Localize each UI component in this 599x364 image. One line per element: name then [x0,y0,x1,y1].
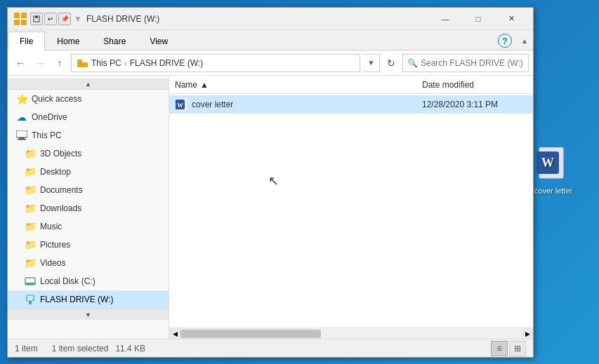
drive-c-icon [25,276,36,287]
sidebar-item-videos[interactable]: 📁 Videos [8,254,169,272]
sidebar-label-pictures: Pictures [40,240,163,250]
status-item-count: 1 item [15,344,38,353]
file-area: Name ▲ Date modified W co [169,76,533,339]
svg-rect-16 [25,283,35,285]
hscroll-left-button[interactable]: ◀ [169,328,180,339]
back-button[interactable]: ← [12,55,29,72]
folder-desktop-icon: 📁 [25,166,36,177]
svg-rect-7 [21,20,27,25]
tab-share[interactable]: Share [91,32,138,50]
hscroll-track[interactable] [180,328,522,339]
sidebar-label-documents: Documents [40,185,163,195]
sidebar-item-onedrive[interactable]: ☁ OneDrive [8,108,169,126]
sidebar-item-flash-drive[interactable]: FLASH DRIVE (W:) [8,290,169,309]
sidebar: ▲ ⭐ Quick access ☁ OneDrive This PC 📁 [8,76,169,339]
svg-text:W: W [177,102,183,109]
svg-rect-5 [21,13,27,18]
pc-icon [16,130,27,141]
svg-rect-12 [16,130,27,137]
explorer-window: ↩ 📌 ▼ FLASH DRIVE (W:) — □ ✕ File Home S… [7,7,534,358]
sidebar-label-desktop: Desktop [40,167,163,177]
sidebar-label-downloads: Downloads [40,203,163,213]
sidebar-item-downloads[interactable]: 📁 Downloads [8,199,169,217]
sidebar-item-3d-objects[interactable]: 📁 3D Objects [8,144,169,163]
address-path[interactable]: This PC › FLASH DRIVE (W:) [71,54,360,72]
view-icons-button[interactable]: ⊞ [509,341,526,356]
sidebar-item-documents[interactable]: 📁 Documents [8,181,169,199]
sidebar-label-local-disk: Local Disk (C:) [40,276,163,286]
sidebar-item-this-pc[interactable]: This PC [8,126,169,144]
up-button[interactable]: ↑ [51,55,68,72]
status-selected: 1 item selected 11.4 KB [52,344,145,353]
title-bar-icon [13,12,27,26]
close-button[interactable]: ✕ [495,8,527,30]
folder-pictures-icon: 📁 [25,239,36,250]
col-header-date[interactable]: Date modified [422,80,527,90]
file-name-cover-letter: cover letter [192,100,422,109]
svg-rect-6 [14,20,20,25]
sidebar-item-quick-access[interactable]: ⭐ Quick access [8,90,169,108]
sidebar-item-pictures[interactable]: 📁 Pictures [8,236,169,254]
addressbar: ← → ↑ This PC › FLASH DRIVE (W:) ▼ ↻ 🔍 [8,50,533,76]
tab-file[interactable]: File [8,32,45,50]
usb-drive-icon [25,294,36,305]
desktop-icon-img: W [537,147,570,184]
sidebar-item-music[interactable]: 📁 Music [8,217,169,236]
sidebar-label-onedrive: OneDrive [32,112,163,122]
window-title: FLASH DRIVE (W:) [86,14,429,24]
sidebar-label-quick-access: Quick access [32,94,163,104]
cloud-icon: ☁ [16,112,27,123]
sidebar-item-desktop[interactable]: 📁 Desktop [8,163,169,181]
folder-music-icon: 📁 [25,221,36,232]
folder-downloads-icon: 📁 [25,203,36,214]
hscroll-right-button[interactable]: ▶ [522,328,533,339]
path-this-pc[interactable]: This PC [91,58,121,68]
statusbar-view-buttons: ≡ ⊞ [491,341,526,356]
search-input[interactable] [421,58,524,68]
ribbon: File Home Share View ? ▲ [8,30,533,50]
undo-quick-btn[interactable]: ↩ [44,13,57,25]
content-area: ▲ ⭐ Quick access ☁ OneDrive This PC 📁 [8,76,533,339]
address-dropdown-btn[interactable]: ▼ [363,54,380,72]
svg-rect-17 [27,295,34,301]
search-icon: 🔍 [407,58,418,68]
column-headers: Name ▲ Date modified [169,76,533,94]
minimize-button[interactable]: — [429,8,461,30]
folder-docs-icon: 📁 [25,184,36,196]
path-flash-drive[interactable]: FLASH DRIVE (W:) [130,58,203,68]
horizontal-scrollbar[interactable]: ◀ ▶ [169,328,533,339]
svg-rect-11 [77,62,88,67]
svg-rect-13 [19,137,25,139]
refresh-button[interactable]: ↻ [383,55,400,72]
svg-rect-4 [14,13,20,18]
tab-home[interactable]: Home [45,32,91,50]
view-details-button[interactable]: ≡ [491,341,508,356]
desktop-cover-letter-icon[interactable]: W cover letter [529,147,578,195]
save-quick-btn[interactable] [30,13,43,25]
help-button[interactable]: ? [498,34,512,48]
pin-quick-btn[interactable]: 📌 [58,13,71,25]
file-date-cover-letter: 12/28/2020 3:11 PM [422,100,527,109]
folder-videos-icon: 📁 [25,257,36,269]
folder-3d-icon: 📁 [25,148,36,159]
tab-view[interactable]: View [138,32,180,50]
svg-rect-9 [35,16,38,18]
sidebar-label-this-pc: This PC [32,130,163,140]
quick-access-toolbar: ↩ 📌 ▼ [30,13,84,25]
sidebar-label-videos: Videos [40,258,163,268]
sidebar-label-3d-objects: 3D Objects [40,149,163,159]
desktop-icon-label: cover letter [534,187,572,195]
file-row-cover-letter[interactable]: W cover letter 12/28/2020 3:11 PM [169,95,533,114]
col-header-name[interactable]: Name ▲ [175,80,422,90]
maximize-button[interactable]: □ [462,8,494,30]
ribbon-collapse-btn[interactable]: ▲ [516,32,533,50]
sidebar-scroll-down[interactable]: ▼ [8,309,169,320]
hscroll-thumb[interactable] [180,330,321,338]
file-list: W cover letter 12/28/2020 3:11 PM [169,94,533,328]
star-icon: ⭐ [16,93,27,105]
sidebar-item-local-disk[interactable]: Local Disk (C:) [8,272,169,290]
search-box[interactable]: 🔍 [402,54,529,72]
sidebar-scroll-up[interactable]: ▲ [8,79,169,90]
window-controls: — □ ✕ [429,8,527,30]
forward-button[interactable]: → [32,55,48,72]
